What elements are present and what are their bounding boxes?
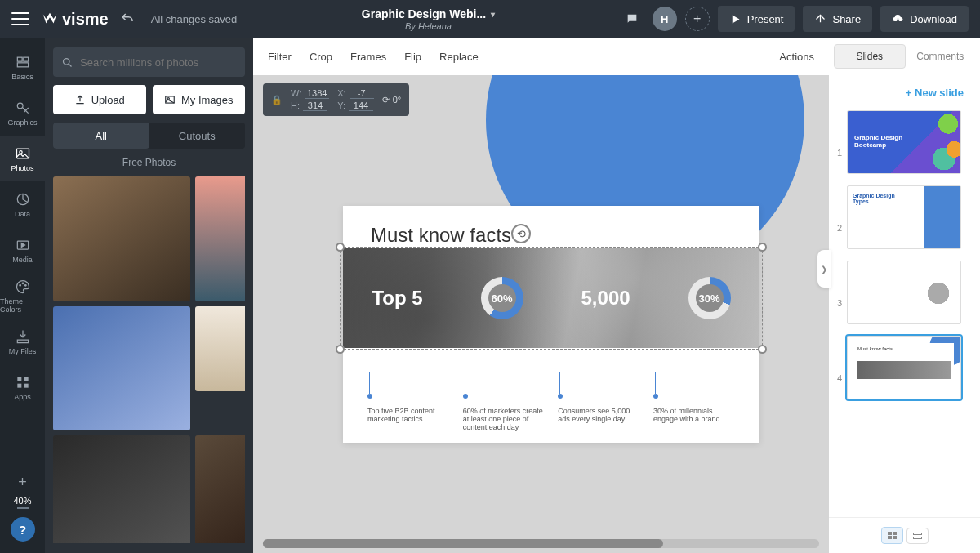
photo-thumb[interactable] — [195, 176, 245, 301]
view-switcher — [829, 517, 980, 553]
grid-view-button[interactable] — [881, 527, 903, 544]
zoom-out-button[interactable] — [17, 507, 29, 509]
project-title[interactable]: Graphic Design Webi...▾ — [362, 7, 495, 20]
right-panel: Slides Comments New slide 1▸ 2▸ 3▸ 4Must… — [829, 38, 980, 553]
new-slide-button[interactable]: New slide — [829, 75, 980, 110]
rail-photos[interactable]: Photos — [0, 136, 45, 181]
photo-thumb[interactable] — [195, 306, 245, 391]
fact-text[interactable]: Consumers see 5,000 ads every single day — [558, 394, 639, 431]
svg-point-3 — [17, 103, 23, 109]
svg-rect-13 — [17, 383, 21, 387]
list-view-button[interactable] — [906, 528, 929, 544]
canvas-area: Filter Crop Frames Flip Replace Actions … — [253, 38, 829, 553]
slide-thumb[interactable]: ▸ — [847, 261, 961, 324]
crop-button[interactable]: Crop — [310, 51, 332, 63]
svg-point-10 — [24, 284, 26, 286]
save-status: All changes saved — [151, 13, 238, 25]
svg-rect-1 — [23, 57, 28, 61]
add-user-button[interactable]: + — [685, 7, 710, 31]
svg-rect-0 — [17, 57, 22, 61]
rail-graphics[interactable]: Graphics — [0, 90, 45, 136]
actions-button[interactable]: Actions — [779, 51, 814, 63]
download-button[interactable]: Download — [880, 6, 969, 32]
slide-title[interactable]: Must know facts — [343, 206, 760, 247]
transition-icon[interactable]: ▸ — [938, 173, 952, 174]
photo-thumb[interactable] — [53, 435, 190, 543]
slide-thumb[interactable]: ▸ — [847, 185, 961, 249]
title-block: Graphic Design Webi...▾ By Heleana — [248, 7, 608, 31]
replace-button[interactable]: Replace — [439, 51, 479, 63]
search-icon — [61, 56, 74, 69]
rail-my-files[interactable]: My Files — [0, 319, 45, 364]
svg-rect-12 — [24, 377, 28, 381]
rail-theme-colors[interactable]: Theme Colors — [0, 273, 45, 319]
photo-thumb[interactable] — [53, 176, 190, 301]
frames-button[interactable]: Frames — [350, 51, 386, 63]
top-bar: visme All changes saved Graphic Design W… — [0, 0, 980, 38]
rotate-handle[interactable]: ⟲ — [511, 224, 531, 243]
present-button[interactable]: Present — [718, 6, 795, 32]
right-tabs: Slides Comments — [829, 38, 980, 75]
flip-button[interactable]: Flip — [404, 51, 421, 63]
svg-rect-14 — [24, 383, 28, 387]
tab-cutouts[interactable]: Cutouts — [149, 123, 246, 149]
menu-icon[interactable] — [11, 12, 29, 25]
comment-icon[interactable] — [620, 7, 644, 31]
resize-handle[interactable] — [336, 243, 345, 252]
fact-text[interactable]: Top five B2B content marketing tactics — [368, 394, 449, 431]
transition-icon[interactable]: ▸ — [938, 248, 952, 249]
photos-panel: Upload My Images All Cutouts Free Photos — [45, 38, 253, 553]
resize-handle[interactable] — [758, 243, 767, 252]
logo[interactable]: visme — [41, 10, 109, 29]
rail-apps[interactable]: Apps — [0, 364, 45, 410]
photo-thumb[interactable] — [53, 306, 190, 431]
my-images-button[interactable]: My Images — [153, 85, 246, 114]
resize-handle[interactable] — [336, 345, 345, 354]
search-input[interactable] — [53, 47, 245, 77]
zoom-in-button[interactable]: + — [12, 471, 33, 493]
fact-text[interactable]: 30% of millennials engage with a brand. — [653, 394, 735, 431]
fact-row: Top five B2B content marketing tactics 6… — [368, 394, 735, 431]
slide-thumb[interactable]: ▸ — [847, 110, 961, 174]
context-toolbar: Filter Crop Frames Flip Replace Actions — [253, 38, 829, 75]
svg-point-15 — [64, 58, 70, 65]
zoom-level[interactable]: 40% — [13, 496, 31, 506]
help-button[interactable]: ? — [11, 517, 35, 542]
expand-panel-button[interactable]: ❯ — [817, 250, 831, 288]
undo-icon[interactable] — [120, 11, 135, 26]
svg-rect-2 — [17, 62, 28, 66]
transition-icon[interactable]: ▸ — [938, 399, 952, 399]
fact-text[interactable]: 60% of marketers create at least one pie… — [463, 394, 545, 431]
tab-comments[interactable]: Comments — [906, 45, 976, 68]
section-label: Free Photos — [53, 157, 245, 168]
transition-icon[interactable]: ▸ — [938, 323, 952, 324]
rail-basics[interactable]: Basics — [0, 44, 45, 90]
photo-tabs: All Cutouts — [53, 123, 245, 149]
tab-slides[interactable]: Slides — [834, 44, 906, 69]
slide-thumbnails: 1▸ 2▸ 3▸ 4Must know facts▸ — [829, 110, 980, 517]
slide[interactable]: Must know facts ⟲ Top 5 60% 5,000 30% To… — [343, 206, 760, 443]
svg-point-8 — [19, 284, 20, 286]
resize-handle[interactable] — [758, 345, 767, 354]
upload-button[interactable]: Upload — [53, 85, 146, 114]
photo-thumb[interactable] — [195, 435, 245, 543]
rail-media[interactable]: Media — [0, 227, 45, 273]
svg-point-9 — [22, 283, 24, 284]
share-button[interactable]: Share — [803, 6, 872, 32]
rail-data[interactable]: Data — [0, 181, 45, 227]
horizontal-scrollbar[interactable] — [263, 539, 819, 548]
left-rail: Basics Graphics Photos Data Media Theme … — [0, 38, 45, 553]
avatar[interactable]: H — [653, 7, 677, 31]
svg-rect-11 — [17, 377, 21, 381]
photo-grid — [53, 176, 245, 543]
canvas[interactable]: Must know facts ⟲ Top 5 60% 5,000 30% To… — [253, 75, 829, 553]
byline: By Heleana — [248, 21, 608, 31]
slide-thumb[interactable]: Must know facts▸ — [847, 336, 961, 399]
tab-all[interactable]: All — [53, 123, 149, 149]
filter-button[interactable]: Filter — [268, 51, 292, 63]
chevron-down-icon: ▾ — [491, 10, 495, 19]
